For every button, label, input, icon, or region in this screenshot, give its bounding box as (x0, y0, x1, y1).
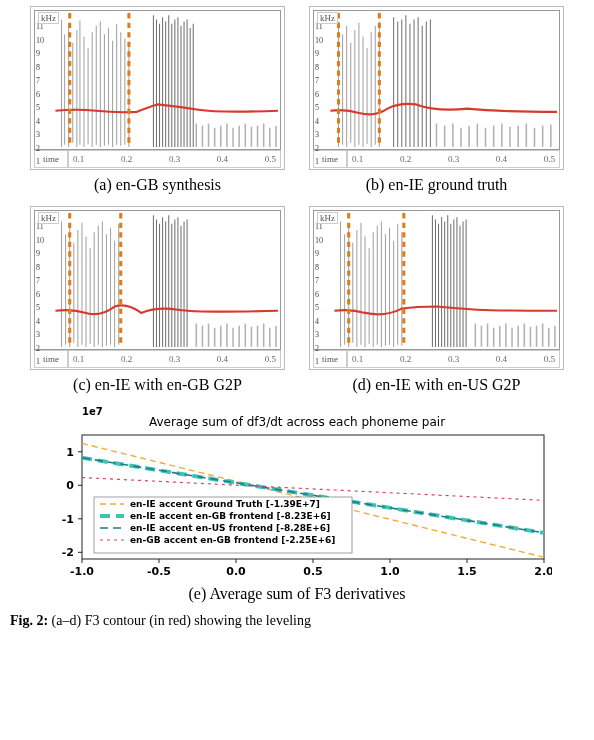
spectrogram-panel-a: kHz 1 2 3 4 5 6 7 8 9 10 11 (30, 6, 285, 202)
spectrogram-yticks: 1 2 3 4 5 6 7 8 9 10 11 (315, 22, 327, 166)
chart-e-caption: (e) Average sum of F3 derivatives (42, 585, 552, 603)
panel-caption-c: (c) en-IE with en-GB G2P (30, 376, 285, 394)
figure-caption-label: Fig. 2: (10, 613, 52, 628)
spectrogram-frame: kHz 1 2 3 4 5 6 7 8 9 10 11 (30, 206, 285, 370)
yaxis-unit-label: kHz (317, 12, 338, 24)
svg-text:0.5: 0.5 (303, 565, 323, 578)
spectrogram-plot (313, 10, 560, 150)
svg-text:2.0: 2.0 (534, 565, 552, 578)
xaxis-ticks: 0.1 0.2 0.3 0.4 0.5 (68, 350, 281, 368)
spectrogram-plot (34, 210, 281, 350)
chart-e-plot: -1.0-0.50.00.51.01.52.0-2-101en-IE accen… (42, 431, 552, 581)
chart-e-container: 1e7 Average sum of df3/dt across each ph… (42, 406, 552, 603)
figure-caption-text: (a–d) F3 contour (in red) showing the le… (52, 613, 311, 628)
svg-text:1.0: 1.0 (380, 565, 400, 578)
spectrogram-panel-d: kHz 1 2 3 4 5 6 7 8 9 10 11 (309, 206, 564, 402)
svg-text:en-IE accent en-US frontend [-: en-IE accent en-US frontend [-8.28E+6] (130, 523, 330, 533)
panel-caption-d: (d) en-IE with en-US G2P (309, 376, 564, 394)
spectrogram-plot (34, 10, 281, 150)
svg-text:0.0: 0.0 (226, 565, 246, 578)
svg-text:en-IE accent Ground Truth [-1.: en-IE accent Ground Truth [-1.39E+7] (130, 499, 320, 509)
svg-text:-1: -1 (62, 513, 74, 526)
svg-text:0: 0 (66, 479, 74, 492)
spectrogram-frame: kHz 1 2 3 4 5 6 7 8 9 10 11 (309, 206, 564, 370)
svg-text:-1.0: -1.0 (70, 565, 94, 578)
panel-caption-a: (a) en-GB synthesis (30, 176, 285, 194)
spectrogram-panel-c: kHz 1 2 3 4 5 6 7 8 9 10 11 (30, 206, 285, 402)
spectrogram-panel-b: kHz 1 2 3 4 5 6 7 8 9 10 11 (309, 6, 564, 202)
spectrogram-yticks: 1 2 3 4 5 6 7 8 9 10 11 (36, 222, 48, 366)
svg-text:en-GB accent en-GB frontend [-: en-GB accent en-GB frontend [-2.25E+6] (130, 535, 335, 545)
svg-text:1: 1 (66, 446, 74, 459)
spectrogram-yticks: 1 2 3 4 5 6 7 8 9 10 11 (315, 222, 327, 366)
xaxis-ticks: 0.1 0.2 0.3 0.4 0.5 (68, 150, 281, 168)
spectrogram-grid: kHz 1 2 3 4 5 6 7 8 9 10 11 (10, 6, 584, 402)
chart-e-title: Average sum of df3/dt across each phonem… (42, 415, 552, 429)
spectrogram-frame: kHz 1 2 3 4 5 6 7 8 9 10 11 (30, 6, 285, 170)
svg-text:en-IE accent en-GB frontend [-: en-IE accent en-GB frontend [-8.23E+6] (130, 511, 331, 521)
yaxis-unit-label: kHz (38, 212, 59, 224)
svg-text:-0.5: -0.5 (147, 565, 171, 578)
spectrogram-frame: kHz 1 2 3 4 5 6 7 8 9 10 11 (309, 6, 564, 170)
xaxis-ticks: 0.1 0.2 0.3 0.4 0.5 (347, 150, 560, 168)
figure-caption: Fig. 2: (a–d) F3 contour (in red) showin… (10, 613, 584, 629)
spectrogram-plot (313, 210, 560, 350)
chart-e-svg: -1.0-0.50.00.51.01.52.0-2-101en-IE accen… (42, 431, 552, 581)
panel-caption-b: (b) en-IE ground truth (309, 176, 564, 194)
yaxis-unit-label: kHz (317, 212, 338, 224)
svg-text:1.5: 1.5 (457, 565, 477, 578)
spectrogram-yticks: 1 2 3 4 5 6 7 8 9 10 11 (36, 22, 48, 166)
yaxis-unit-label: kHz (38, 12, 59, 24)
xaxis-ticks: 0.1 0.2 0.3 0.4 0.5 (347, 350, 560, 368)
svg-text:-2: -2 (62, 546, 74, 559)
